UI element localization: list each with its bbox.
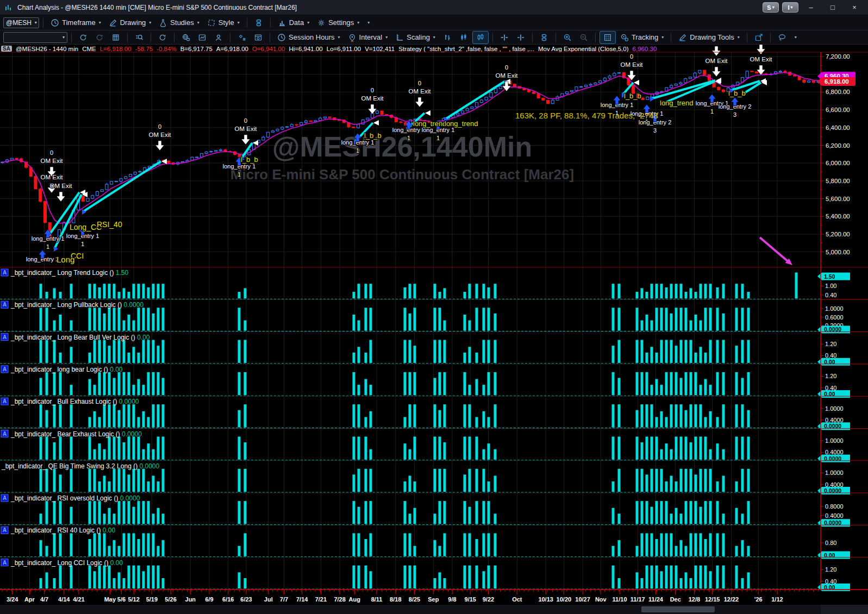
candle-body-down [295,124,298,125]
indicator-bar [646,292,648,298]
indicator-bar [70,347,73,363]
indicator-bar [651,507,653,524]
indicator-bar [70,385,73,395]
panel-label: _bpt_indicator_ long bear Logic () 0.00 [10,366,123,373]
panel-axis-label: 1.20 [825,373,836,379]
candle-body-up [694,73,696,77]
time-axis-label: 10/20 [557,596,572,603]
candle-body-up [366,118,369,120]
indicator-bar [93,469,96,492]
candle-body-down [15,158,18,159]
indicator-bar [704,566,707,588]
indicator-bar [439,501,441,524]
indicator-bar [89,353,91,363]
indicator-bar [142,385,145,395]
indicator-bar [365,379,367,396]
indicator-bar [735,481,738,492]
indicator-bar [113,340,116,363]
indicator-bar [735,546,738,556]
indicator-bar [612,508,615,524]
indicator-bar [409,372,411,395]
indicator-bar [612,284,615,298]
indicator-bar [469,437,471,460]
indicator-bar [365,437,367,460]
long-entry-count: 3 [733,111,736,118]
panel-label: _bpt_indicator_ Long Pullback Logic () 0… [10,301,143,309]
indicator-bar [353,315,355,331]
indicator-bar [113,469,116,492]
time-axis-label: 11/10 [613,596,627,603]
indicator-bar [747,292,750,298]
indicator-bar [641,321,644,331]
indicator-bar [157,546,160,556]
indicator-bar [108,404,111,427]
indicator-bar [370,308,372,330]
indicator-bar [747,546,750,556]
time-axis-label: 11/24 [648,596,664,603]
indicator-bar [89,379,91,396]
indicator-bar [704,437,707,460]
indicator-bar [133,321,135,331]
candle-body-up [480,100,483,103]
om-exit-zero-label: 0 [158,123,161,130]
indicator-bar [59,404,62,427]
indicator-bar [244,404,247,427]
horizontal-scrollbar[interactable] [0,605,821,614]
indicator-bar [690,321,692,331]
panel-label: _bpt_indicator_ RSI 40 Logic () 0.00 [10,527,115,534]
panel-axis-label: 1.20 [825,566,836,573]
indicator-bar [414,508,416,524]
indicator-bar [747,372,750,395]
indicator-bar [98,533,101,556]
indicator-bar [494,449,497,460]
indicator-bar [444,340,446,363]
indicator-bar [444,404,446,427]
candle-body-down [224,150,227,152]
indicator-bar [152,314,155,331]
candle-body-up [267,132,270,137]
indicator-bar [680,308,683,330]
indicator-bar [741,513,744,524]
indicator-bar [612,308,615,330]
time-axis-label: 5/12 [128,596,139,603]
indicator-bar [118,410,121,428]
indicator-bar [358,533,360,556]
candle-body-down [39,189,42,202]
candle-body-down [514,84,516,86]
time-axis-label: 6/23 [240,596,252,603]
indicator-bar [59,437,62,460]
time-axis-label: 6/16 [222,596,234,603]
indicator-bar [70,469,73,492]
indicator-bar [741,378,744,395]
indicator-bar [704,469,707,492]
indicator-bar [98,372,101,395]
time-axis-label: 7/21 [315,596,327,603]
indicator-bar [444,533,446,556]
long-entry-count: 1 [407,135,410,141]
indicator-bar [439,372,441,395]
time-axis-label: 8/25 [409,596,420,603]
candle-body-up [281,127,284,129]
indicator-bar [665,340,668,363]
indicator-bar [142,411,145,428]
chart-analysis-window: Chart Analysis - @MESH26 1440 min [CME] … [0,0,868,614]
signal-label: l_b_b [364,131,382,140]
indicator-bar [414,346,416,363]
scrollbar-thumb[interactable] [641,606,715,612]
indicator-bar [147,481,150,492]
om-exit-label: OM Exit [621,61,644,68]
indicator-bar [40,340,42,363]
indicator-bar [680,378,683,395]
indicator-bar [722,475,725,492]
indicator-bar [409,475,411,492]
indicator-bar [365,566,367,588]
indicator-bar [612,404,615,427]
indicator-bar [113,540,116,556]
indicator-bar [709,571,712,588]
panel-axis-label: 1.20 [825,341,836,347]
time-axis-label: 7/28 [334,596,345,603]
indicator-bar [464,292,466,298]
indicator-bar [464,437,466,460]
indicator-bar [488,372,490,395]
indicator-bar [660,411,663,428]
